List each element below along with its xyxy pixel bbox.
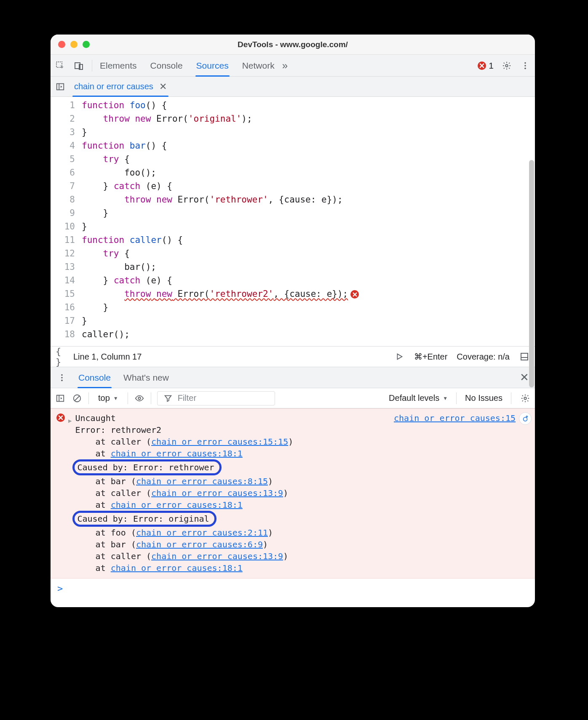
svg-rect-0 bbox=[56, 62, 62, 67]
file-tabs: chain or error causes ✕ bbox=[51, 77, 535, 97]
editor-statusbar: { } Line 1, Column 17 ⌘+Enter Coverage: … bbox=[51, 346, 535, 367]
drawer-more-icon[interactable] bbox=[56, 372, 67, 383]
svg-point-12 bbox=[61, 377, 63, 379]
file-tab-label: chain or error causes bbox=[74, 82, 153, 91]
zoom-window-button[interactable] bbox=[83, 41, 90, 48]
code-line[interactable]: try { bbox=[82, 247, 535, 260]
code-line[interactable]: } bbox=[82, 220, 535, 233]
svg-point-21 bbox=[526, 416, 527, 417]
code-line[interactable]: throw new Error('original'); bbox=[82, 112, 535, 125]
svg-point-3 bbox=[505, 64, 508, 67]
stack-frame: at chain or error causes:18:1 bbox=[75, 562, 293, 574]
stack-frame-link[interactable]: chain or error causes:8:15 bbox=[136, 476, 268, 486]
code-line[interactable]: try { bbox=[82, 152, 535, 166]
execution-context-select[interactable]: top ▼ bbox=[95, 392, 122, 405]
line-error-icon[interactable] bbox=[350, 290, 359, 299]
code-line[interactable]: foo(); bbox=[82, 166, 535, 179]
code-line[interactable]: throw new Error('rethrower2', {cause: e}… bbox=[82, 287, 535, 301]
log-levels-label: Default levels bbox=[389, 393, 439, 403]
error-cause-highlight: Caused by: Error: rethrower bbox=[72, 459, 221, 475]
file-tab-chain-or-error-causes[interactable]: chain or error causes ✕ bbox=[72, 77, 168, 96]
code-line[interactable]: throw new Error('rethrower', {cause: e})… bbox=[82, 193, 535, 206]
stack-frame-link[interactable]: chain or error causes:18:1 bbox=[111, 448, 243, 459]
pretty-print-icon[interactable]: { } bbox=[56, 351, 67, 362]
code-line[interactable]: function bar() { bbox=[82, 139, 535, 152]
close-drawer-icon[interactable]: ✕ bbox=[520, 371, 529, 384]
filter-placeholder: Filter bbox=[178, 393, 196, 403]
titlebar: DevTools - www.google.com/ bbox=[51, 35, 535, 55]
code-line[interactable]: function caller() { bbox=[82, 233, 535, 247]
error-cause-highlight: Caused by: Error: original bbox=[72, 511, 216, 527]
run-snippet-icon[interactable] bbox=[394, 351, 405, 362]
svg-point-6 bbox=[524, 67, 526, 69]
console-prompt[interactable]: > bbox=[51, 579, 535, 599]
minimize-window-button[interactable] bbox=[70, 41, 78, 48]
stack-frame-link[interactable]: chain or error causes:6:9 bbox=[136, 539, 263, 549]
error-heading: Uncaught bbox=[75, 412, 293, 424]
chevron-down-icon: ▼ bbox=[443, 395, 448, 401]
stack-frame: at bar (chain or error causes:6:9) bbox=[75, 539, 293, 550]
execution-context-label: top bbox=[98, 393, 110, 403]
error-source-link[interactable]: chain or error causes:15 bbox=[394, 412, 516, 424]
error-icon bbox=[56, 413, 65, 422]
error-count[interactable]: 1 bbox=[478, 61, 494, 71]
stack-frame-link[interactable]: chain or error causes:13:9 bbox=[151, 488, 283, 498]
stack-frame: at chain or error causes:18:1 bbox=[75, 448, 293, 459]
tab-network[interactable]: Network bbox=[242, 55, 275, 76]
console-sidebar-toggle-icon[interactable] bbox=[55, 393, 66, 404]
stack-frame-link[interactable]: chain or error causes:18:1 bbox=[111, 500, 243, 510]
stack-frame: at foo (chain or error causes:2:11) bbox=[75, 527, 293, 539]
navigator-toggle-icon[interactable] bbox=[55, 81, 66, 92]
editor-scrollbar[interactable] bbox=[529, 160, 534, 404]
tab-console[interactable]: Console bbox=[150, 55, 183, 76]
stack-frame-link[interactable]: chain or error causes:13:9 bbox=[151, 551, 283, 561]
inspect-element-icon[interactable] bbox=[55, 60, 66, 71]
tab-sources[interactable]: Sources bbox=[196, 55, 229, 76]
stack-frame-link[interactable]: chain or error causes:15:15 bbox=[151, 437, 288, 447]
log-levels-select[interactable]: Default levels ▼ bbox=[389, 393, 448, 403]
ai-explain-button[interactable] bbox=[519, 412, 532, 425]
tab-elements[interactable]: Elements bbox=[100, 55, 137, 76]
stack-frame: at caller (chain or error causes:13:9) bbox=[75, 487, 293, 499]
console-filter-input[interactable]: Filter bbox=[157, 391, 275, 405]
drawer-header: ConsoleWhat's new ✕ bbox=[51, 367, 535, 388]
code-line[interactable]: } catch (e) { bbox=[82, 274, 535, 287]
stack-frame: at caller (chain or error causes:13:9) bbox=[75, 550, 293, 562]
svg-point-5 bbox=[524, 65, 526, 67]
issues-status: No Issues bbox=[465, 393, 502, 403]
stack-frame: at chain or error causes:18:1 bbox=[75, 499, 293, 511]
cursor-position: Line 1, Column 17 bbox=[73, 352, 142, 362]
drawer-tab-console[interactable]: Console bbox=[78, 367, 111, 388]
console-error-entry[interactable]: chain or error causes:15 ▶ UncaughtError… bbox=[51, 408, 535, 579]
stack-frame-link[interactable]: chain or error causes:18:1 bbox=[111, 563, 243, 573]
expand-error-icon[interactable]: ▶ bbox=[68, 415, 72, 427]
svg-point-19 bbox=[524, 397, 527, 400]
editor-gutter: 123456789101112131415161718 bbox=[51, 99, 82, 341]
code-line[interactable]: } catch (e) { bbox=[82, 179, 535, 193]
svg-point-11 bbox=[61, 374, 63, 376]
toggle-drawer-icon[interactable] bbox=[519, 351, 530, 362]
error-message: Error: rethrower2 bbox=[75, 424, 293, 436]
svg-line-17 bbox=[75, 396, 80, 400]
device-toolbar-icon[interactable] bbox=[73, 60, 84, 71]
code-line[interactable]: caller(); bbox=[82, 328, 535, 341]
overflow-tabs-button[interactable]: » bbox=[282, 60, 288, 72]
live-expression-icon[interactable] bbox=[134, 393, 145, 404]
clear-console-icon[interactable] bbox=[72, 393, 83, 404]
svg-point-18 bbox=[138, 397, 141, 400]
code-line[interactable]: bar(); bbox=[82, 260, 535, 274]
drawer-tab-what-s-new[interactable]: What's new bbox=[123, 367, 169, 388]
editor[interactable]: 123456789101112131415161718 function foo… bbox=[51, 97, 535, 346]
close-window-button[interactable] bbox=[58, 41, 65, 48]
settings-icon[interactable] bbox=[501, 60, 512, 71]
code-line[interactable]: } bbox=[82, 206, 535, 220]
error-count-value: 1 bbox=[489, 61, 494, 71]
code-line[interactable]: } bbox=[82, 301, 535, 314]
code-line[interactable]: } bbox=[82, 314, 535, 328]
editor-code[interactable]: function foo() { throw new Error('origin… bbox=[82, 99, 535, 341]
stack-frame-link[interactable]: chain or error causes:2:11 bbox=[136, 528, 268, 538]
code-line[interactable]: } bbox=[82, 125, 535, 139]
code-line[interactable]: function foo() { bbox=[82, 99, 535, 112]
more-menu-icon[interactable] bbox=[520, 60, 531, 71]
close-file-tab-icon[interactable]: ✕ bbox=[159, 82, 167, 91]
